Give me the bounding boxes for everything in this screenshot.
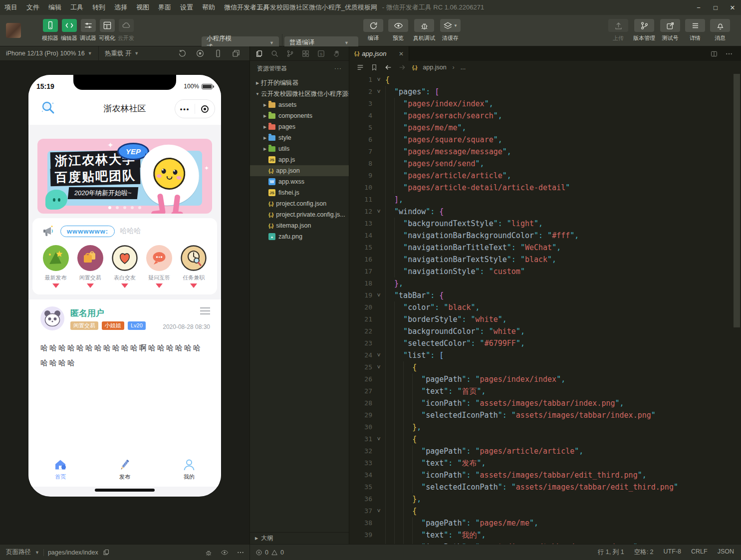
device-icon[interactable] — [214, 49, 223, 58]
close-button[interactable]: ✕ — [724, 0, 741, 15]
explorer-more-button[interactable]: ··· — [334, 65, 342, 72]
hot-reload-toggle[interactable]: 热重载 开 ▼ — [99, 49, 145, 58]
menu-item-4[interactable]: 转到 — [88, 0, 110, 15]
user-avatar[interactable] — [6, 23, 21, 38]
banner-carousel[interactable]: 浙江农林大学 百度贴吧团队 2020年纳新开始啦~ ✦ ✦ YEP — [37, 139, 212, 214]
device-select[interactable]: iPhone 12/13 (Pro) 100% 16 ▼ — [0, 50, 98, 57]
category-clock-search[interactable]: 任务兼职 — [178, 245, 210, 288]
tree-item-app.wxss[interactable]: Wapp.wxss — [250, 176, 349, 187]
more-icon[interactable]: ••• — [175, 105, 195, 113]
tab-home[interactable]: 首页 — [28, 452, 93, 487]
copy-path-icon[interactable] — [102, 549, 110, 556]
tree-item-zafu.png[interactable]: ▲zafu.png — [250, 231, 349, 242]
branch-button[interactable]: 版本管理 — [633, 19, 655, 42]
lines3-button[interactable]: 详情 — [685, 19, 705, 42]
announcement-row[interactable]: wwwwwww: 哈哈哈 — [42, 225, 141, 238]
close-tab-icon[interactable]: ✕ — [399, 50, 404, 57]
record-icon[interactable] — [196, 49, 205, 58]
minimize-button[interactable]: − — [690, 0, 707, 15]
vconsole-debug-icon[interactable] — [205, 549, 213, 557]
menu-item-9[interactable]: 帮助 — [198, 0, 220, 15]
status-item[interactable]: 行 1, 列 1 — [598, 548, 624, 557]
category-shopping-bag[interactable]: 闲置交易 — [74, 245, 106, 288]
problems-indicator[interactable]: 0 0 — [255, 549, 284, 556]
status-item[interactable]: UTF-8 — [664, 548, 681, 557]
maximize-button[interactable]: □ — [707, 0, 724, 15]
tree-item-utils[interactable]: ▶utils — [250, 143, 349, 154]
menu-item-6[interactable]: 视图 — [132, 0, 154, 15]
carousel-dot[interactable] — [138, 206, 141, 209]
tree-item-app.json[interactable]: {..}app.json — [250, 165, 349, 176]
layers-button[interactable]: ▼清缓存 — [440, 19, 461, 42]
fold-chevron-icon[interactable]: ˅ — [372, 505, 385, 517]
tree-item-project.private.config.js...[interactable]: {..}project.private.config.js... — [250, 209, 349, 220]
search-icon[interactable] — [270, 49, 279, 58]
toggle-cloud-button[interactable]: 云开发 — [118, 19, 134, 42]
menu-item-5[interactable]: 选择 — [110, 0, 132, 15]
toggle-phone-button[interactable]: 模拟器 — [42, 19, 58, 42]
category-chat-bubble[interactable]: 疑问互答 — [143, 245, 175, 288]
outline-section[interactable]: ▶ 大纲 — [250, 532, 349, 544]
minimize-target-icon[interactable] — [195, 105, 215, 113]
phone-preview[interactable]: 15:19 100% 浙农林社区 ••• 浙江农林大学 百度贴吧团队 2020年… — [28, 75, 221, 497]
tab-pencil[interactable]: 发布 — [93, 452, 157, 487]
bell-button[interactable]: 消息 — [710, 19, 730, 42]
menu-item-8[interactable]: 设置 — [176, 0, 198, 15]
post-content[interactable]: 哈哈哈哈哈哈哈哈哈哈哈啊哈哈哈哈哈哈哈哈哈哈 — [40, 340, 210, 370]
menu-item-3[interactable]: 工具 — [66, 0, 88, 15]
eye-button[interactable]: 预览 — [388, 19, 408, 42]
more-icon[interactable] — [237, 549, 245, 557]
breadcrumb-symbol[interactable]: ... — [461, 64, 466, 71]
git-branch-icon[interactable] — [286, 49, 294, 58]
hand-icon[interactable] — [332, 49, 341, 58]
outline-list-icon[interactable] — [356, 63, 364, 71]
fold-chevron-icon[interactable]: ˅ — [372, 433, 385, 445]
tab-person[interactable]: 我的 — [157, 452, 221, 487]
menu-item-0[interactable]: 项目 — [0, 0, 22, 15]
fold-chevron-icon[interactable]: ˅ — [372, 74, 385, 86]
menu-item-7[interactable]: 界面 — [154, 0, 176, 15]
avatar[interactable] — [40, 306, 64, 330]
menu-item-1[interactable]: 文件 — [22, 0, 44, 15]
editor-scrollbar[interactable] — [734, 74, 740, 327]
post-card[interactable]: 匿名用户 闲置交易小姐姐Lv20 2020-08-28 08:30 哈哈哈哈哈哈… — [28, 299, 221, 452]
category-heart[interactable]: 表白交友 — [109, 245, 141, 288]
s-box-icon[interactable]: S — [317, 49, 325, 58]
multi-window-icon[interactable] — [232, 49, 241, 58]
status-item[interactable]: JSON — [718, 548, 734, 557]
menu-item-10[interactable]: 微信开发者工具 — [220, 0, 274, 15]
tree-item-fishei.js[interactable]: JSfishei.js — [250, 187, 349, 198]
fold-chevron-icon[interactable]: ˅ — [372, 206, 385, 218]
code-content[interactable]: 1˅{2˅"pages": [3"pages/index/index",4"pa… — [349, 74, 733, 544]
bookmark-icon[interactable] — [370, 63, 378, 71]
external-button[interactable]: 测试号 — [660, 19, 680, 42]
tree-item-sitemap.json[interactable]: {..}sitemap.json — [250, 220, 349, 231]
breadcrumb-file[interactable]: app.json — [423, 64, 446, 71]
split-editor-icon[interactable] — [710, 50, 718, 58]
toggle-debug-button[interactable]: 调试器 — [80, 19, 96, 42]
status-item[interactable]: 空格: 2 — [634, 548, 654, 557]
post-username[interactable]: 匿名用户 — [70, 307, 104, 319]
carousel-dot[interactable] — [116, 206, 119, 209]
tab-app-json[interactable]: {..} app.json ✕ — [349, 46, 409, 61]
carousel-dot[interactable] — [131, 206, 134, 209]
fold-chevron-icon[interactable]: ˅ — [372, 289, 385, 301]
status-item[interactable]: CRLF — [691, 548, 708, 557]
grid-icon[interactable] — [301, 49, 310, 58]
tree-item-app.js[interactable]: JSapp.js — [250, 154, 349, 165]
tree-item-assets[interactable]: ▶assets — [250, 99, 349, 110]
refresh-button[interactable]: 编译 — [363, 19, 383, 42]
carousel-dot[interactable] — [123, 206, 126, 209]
more-actions-icon[interactable] — [725, 50, 733, 58]
files-icon[interactable] — [255, 49, 263, 58]
tree-item-style[interactable]: ▶style — [250, 132, 349, 143]
category-star-tree[interactable]: 最新发布 — [40, 245, 72, 288]
navigate-back-icon[interactable] — [384, 63, 392, 71]
tree-item--[interactable]: ▼云开发校园微社区微信小程序源码 — [250, 88, 349, 99]
tree-item--[interactable]: ▶打开的编辑器 — [250, 77, 349, 88]
code-editor-panel[interactable]: {..} app.json ✕ {..} app.json › ... 1˅{2… — [349, 46, 741, 544]
carousel-dot[interactable] — [108, 206, 111, 209]
bug-button[interactable]: 真机调试 — [413, 19, 435, 42]
tree-item-pages[interactable]: ▶pages — [250, 121, 349, 132]
toggle-code-button[interactable]: 编辑器 — [61, 19, 77, 42]
